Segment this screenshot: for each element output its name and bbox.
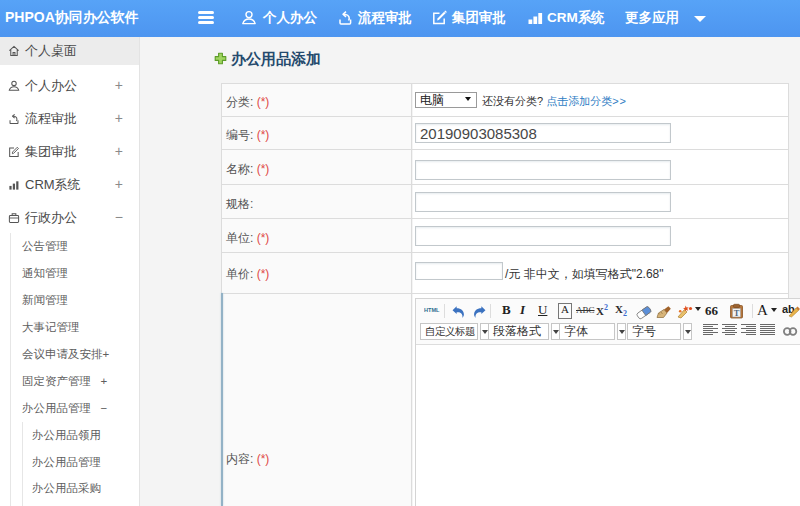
svg-text:T: T: [734, 308, 740, 318]
